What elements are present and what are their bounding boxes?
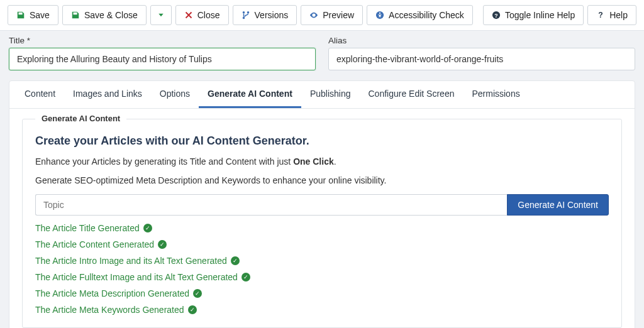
svg-point-4 — [379, 13, 380, 14]
branch-icon — [242, 11, 250, 19]
check-circle-icon: ✓ — [158, 240, 167, 249]
alias-label: Alias — [328, 36, 635, 45]
topic-input[interactable] — [35, 194, 507, 216]
floppy-icon — [71, 11, 80, 19]
save-button[interactable]: Save — [8, 5, 58, 25]
tab-options[interactable]: Options — [151, 81, 199, 108]
check-circle-icon: ✓ — [188, 305, 197, 314]
svg-text:?: ? — [494, 13, 497, 19]
svg-point-0 — [242, 11, 245, 14]
floppy-icon — [16, 11, 25, 19]
alias-input[interactable] — [328, 48, 635, 70]
check-circle-icon: ✓ — [193, 289, 202, 298]
accessibility-button[interactable]: Accessibility Check — [367, 5, 473, 25]
toolbar-spacer — [477, 5, 479, 25]
generate-row: Generate AI Content — [35, 194, 609, 216]
status-text: The Article Content Generated — [35, 239, 154, 249]
title-field: Title * — [9, 36, 316, 70]
versions-button[interactable]: Versions — [233, 5, 297, 25]
generate-fieldset: Generate AI Content Create your Articles… — [22, 119, 622, 328]
eye-icon — [309, 11, 318, 19]
tab-configure-edit-screen[interactable]: Configure Edit Screen — [359, 81, 463, 108]
panel-desc2: Generate SEO-optimized Meta Description … — [35, 175, 609, 185]
svg-point-1 — [242, 17, 245, 19]
close-button[interactable]: Close — [175, 5, 229, 25]
check-circle-icon: ✓ — [242, 273, 250, 282]
status-list: The Article Title Generated✓The Article … — [35, 223, 609, 315]
status-text: The Article Meta Description Generated — [35, 288, 189, 298]
close-icon — [184, 11, 193, 19]
status-text: The Article Title Generated — [35, 223, 140, 233]
tab-content[interactable]: Content — [16, 81, 64, 108]
status-text: The Article Intro Image and its Alt Text… — [35, 256, 227, 266]
tab-generate-ai-content[interactable]: Generate AI Content — [199, 81, 301, 108]
svg-point-2 — [247, 11, 249, 14]
status-item: The Article Intro Image and its Alt Text… — [35, 256, 609, 266]
status-item: The Article Title Generated✓ — [35, 223, 609, 233]
check-circle-icon: ✓ — [143, 224, 152, 232]
fields-row: Title * Alias — [0, 31, 644, 80]
tabs: ContentImages and LinksOptionsGenerate A… — [9, 81, 635, 109]
generate-button[interactable]: Generate AI Content — [507, 194, 609, 216]
status-item: The Article Fulltext Image and its Alt T… — [35, 272, 609, 282]
status-text: The Article Meta Keywords Generated — [35, 305, 184, 315]
save-close-label: Save & Close — [84, 10, 138, 20]
chevron-down-icon — [157, 11, 165, 19]
tab-permissions[interactable]: Permissions — [463, 81, 528, 108]
desc1-b: One Click — [293, 156, 334, 167]
help-button[interactable]: ? Help — [587, 5, 636, 25]
svg-text:?: ? — [598, 11, 602, 19]
tabs-container: ContentImages and LinksOptionsGenerate A… — [9, 80, 635, 328]
question-icon: ? — [596, 11, 605, 19]
toggle-help-label: Toggle Inline Help — [505, 10, 575, 20]
panel: Generate AI Content Create your Articles… — [9, 109, 635, 328]
save-label: Save — [30, 10, 50, 20]
panel-headline: Create your Articles with our AI Content… — [35, 134, 609, 148]
preview-button[interactable]: Preview — [301, 5, 363, 25]
help-label: Help — [609, 10, 628, 20]
toolbar: Save Save & Close Close Versions Preview… — [0, 0, 644, 31]
toggle-help-button[interactable]: ? Toggle Inline Help — [483, 5, 584, 25]
fieldset-legend: Generate AI Content — [35, 114, 126, 123]
versions-label: Versions — [255, 10, 289, 20]
status-item: The Article Meta Keywords Generated✓ — [35, 305, 609, 315]
panel-desc1: Enhance your Articles by generating its … — [35, 156, 609, 167]
tab-images-and-links[interactable]: Images and Links — [64, 81, 151, 108]
accessibility-label: Accessibility Check — [389, 10, 464, 20]
desc1-c: . — [334, 156, 336, 167]
title-label: Title * — [9, 36, 316, 45]
title-input[interactable] — [9, 48, 316, 70]
save-close-button[interactable]: Save & Close — [62, 5, 147, 25]
status-item: The Article Meta Description Generated✓ — [35, 288, 609, 298]
alias-field: Alias — [328, 36, 635, 70]
close-label: Close — [197, 10, 220, 20]
save-dropdown-button[interactable] — [150, 5, 172, 25]
check-circle-icon: ✓ — [231, 256, 240, 265]
tab-publishing[interactable]: Publishing — [301, 81, 360, 108]
preview-label: Preview — [323, 10, 354, 20]
question-circle-icon: ? — [492, 11, 501, 19]
desc1-a: Enhance your Articles by generating its … — [35, 156, 293, 167]
status-text: The Article Fulltext Image and its Alt T… — [35, 272, 238, 282]
accessibility-icon — [375, 11, 384, 19]
status-item: The Article Content Generated✓ — [35, 239, 609, 249]
